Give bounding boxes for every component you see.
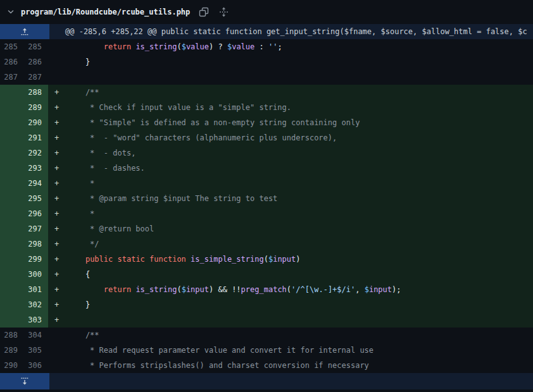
code-line: return is_string($input) && !!preg_match… <box>67 282 533 297</box>
new-line-number[interactable]: 293 <box>24 161 48 176</box>
diff-marker: + <box>48 130 67 145</box>
old-line-number[interactable] <box>0 267 24 282</box>
diff-row: 289+ * Check if input value is a "simple… <box>0 100 533 115</box>
new-line-number[interactable]: 299 <box>24 252 48 267</box>
new-line-number[interactable]: 300 <box>24 267 48 282</box>
diff-row: 293+ * - dashes. <box>0 161 533 176</box>
new-line-number[interactable]: 295 <box>24 191 48 206</box>
new-line-number[interactable]: 301 <box>24 282 48 297</box>
old-line-number[interactable] <box>0 85 24 100</box>
old-line-number[interactable] <box>0 100 24 115</box>
new-line-number[interactable]: 305 <box>24 343 48 358</box>
diff-row: 296+ * <box>0 206 533 221</box>
new-line-number[interactable]: 303 <box>24 312 48 328</box>
new-line-number[interactable]: 289 <box>24 100 48 115</box>
old-line-number[interactable] <box>0 297 24 312</box>
diff-row: 286286 } <box>0 54 533 70</box>
chevron-down-icon[interactable] <box>6 8 15 16</box>
diff-row: 290306 * Performs stripslashes() and cha… <box>0 358 533 373</box>
diff-marker <box>48 343 67 358</box>
new-line-number[interactable]: 285 <box>24 39 48 54</box>
old-line-number[interactable] <box>0 206 24 221</box>
hunk-text: @@ -285,6 +285,22 @@ public static funct… <box>49 24 533 39</box>
new-line-number[interactable]: 298 <box>24 236 48 252</box>
diff-marker: + <box>48 312 67 328</box>
code-line <box>67 70 533 85</box>
code-line: * <box>67 206 533 221</box>
diff-row: 291+ * - "word" characters (alphanumeric… <box>0 130 533 145</box>
code-line: * Read request parameter value and conve… <box>67 343 533 358</box>
diff-row: 285285 return is_string($value) ? $value… <box>0 39 533 54</box>
file-header: program/lib/Roundcube/rcube_utils.php <box>0 0 533 24</box>
diff-marker <box>48 328 67 343</box>
old-line-number[interactable] <box>0 145 24 161</box>
old-line-number[interactable]: 285 <box>0 39 24 54</box>
copy-icon[interactable] <box>198 6 210 18</box>
old-line-number[interactable] <box>0 191 24 206</box>
old-line-number[interactable] <box>0 161 24 176</box>
old-line-number[interactable] <box>0 130 24 145</box>
expand-down-icon <box>20 377 29 386</box>
diff-marker <box>48 54 67 70</box>
new-line-number[interactable]: 288 <box>24 85 48 100</box>
diff-row: 288+ /** <box>0 85 533 100</box>
diff-row: 289305 * Read request parameter value an… <box>0 343 533 358</box>
expand-up-button[interactable] <box>0 24 49 39</box>
diff-marker: + <box>48 115 67 130</box>
diff-marker: + <box>48 145 67 161</box>
diff-row: 294+ * <box>0 176 533 191</box>
expand-up-icon <box>20 27 29 36</box>
new-line-number[interactable]: 302 <box>24 297 48 312</box>
diff-marker: + <box>48 282 67 297</box>
diff-row: 301+ return is_string($input) && !!preg_… <box>0 282 533 297</box>
old-line-number[interactable] <box>0 115 24 130</box>
diff-marker: + <box>48 267 67 282</box>
file-path: program/lib/Roundcube/rcube_utils.php <box>21 8 190 16</box>
diff-marker: + <box>48 252 67 267</box>
new-line-number[interactable]: 291 <box>24 130 48 145</box>
diff-viewer: program/lib/Roundcube/rcube_utils.php <box>0 0 533 392</box>
old-line-number[interactable]: 287 <box>0 70 24 85</box>
new-line-number[interactable]: 290 <box>24 115 48 130</box>
diff-row: 290+ * "Simple" is defined as a non-empt… <box>0 115 533 130</box>
old-line-number[interactable] <box>0 282 24 297</box>
new-line-number[interactable]: 297 <box>24 221 48 236</box>
diff-row: 297+ * @return bool <box>0 221 533 236</box>
expand-down-button[interactable] <box>0 373 49 389</box>
new-line-number[interactable]: 286 <box>24 54 48 70</box>
code-line: * - "word" characters (alphanumeric plus… <box>67 130 533 145</box>
code-line: * "Simple" is defined as a non-empty str… <box>67 115 533 130</box>
code-line: /** <box>67 85 533 100</box>
diff-row: 288304 /** <box>0 328 533 343</box>
old-line-number[interactable] <box>0 221 24 236</box>
code-line: * Check if input value is a "simple" str… <box>67 100 533 115</box>
diff-row: 300+ { <box>0 267 533 282</box>
diff-row: 292+ * - dots, <box>0 145 533 161</box>
new-line-number[interactable]: 294 <box>24 176 48 191</box>
old-line-number[interactable]: 286 <box>0 54 24 70</box>
old-line-number[interactable] <box>0 176 24 191</box>
old-line-number[interactable] <box>0 236 24 252</box>
diff-marker: + <box>48 161 67 176</box>
code-line: } <box>67 54 533 70</box>
diff-marker: + <box>48 297 67 312</box>
new-line-number[interactable]: 306 <box>24 358 48 373</box>
new-line-number[interactable]: 287 <box>24 70 48 85</box>
new-line-number[interactable]: 296 <box>24 206 48 221</box>
expand-vertical-icon[interactable] <box>218 6 229 18</box>
code-line: * @return bool <box>67 221 533 236</box>
old-line-number[interactable] <box>0 312 24 328</box>
diff-row: 299+ public static function is_simple_st… <box>0 252 533 267</box>
code-line: * Performs stripslashes() and charset co… <box>67 358 533 373</box>
old-line-number[interactable]: 290 <box>0 358 24 373</box>
code-line: } <box>67 297 533 312</box>
old-line-number[interactable] <box>0 252 24 267</box>
code-line: /** <box>67 328 533 343</box>
diff-marker: + <box>48 100 67 115</box>
old-line-number[interactable]: 288 <box>0 328 24 343</box>
diff-row: 287287 <box>0 70 533 85</box>
new-line-number[interactable]: 304 <box>24 328 48 343</box>
new-line-number[interactable]: 292 <box>24 145 48 161</box>
old-line-number[interactable]: 289 <box>0 343 24 358</box>
diff-row: 302+ } <box>0 297 533 312</box>
